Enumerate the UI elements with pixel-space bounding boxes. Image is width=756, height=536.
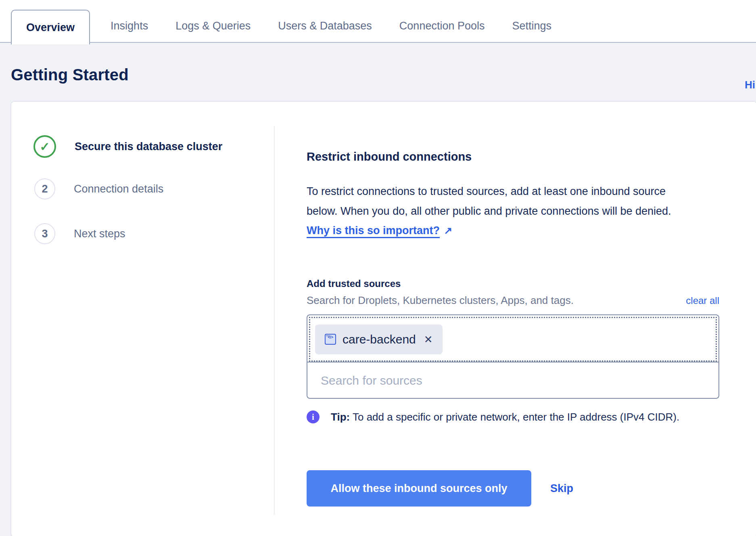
allow-inbound-sources-button[interactable]: Allow these inbound sources only: [307, 470, 531, 507]
panel-description-line2: below. When you do, all other public and…: [307, 201, 742, 221]
selected-sources-area[interactable]: </> care-backend ✕: [309, 317, 717, 362]
getting-started-section: Getting Started Hi ✓ Secure this databas…: [0, 43, 756, 536]
external-arrow-icon: ↗: [444, 225, 452, 237]
tab-logs-queries[interactable]: Logs & Queries: [169, 10, 257, 42]
clear-all-link[interactable]: clear all: [686, 295, 719, 306]
tip-row: i Tip: To add a specific or private netw…: [307, 410, 679, 423]
tab-overview[interactable]: Overview: [11, 10, 90, 44]
step-secure-cluster[interactable]: ✓ Secure this database cluster: [11, 135, 222, 158]
steps-content-divider: [274, 126, 275, 514]
sources-hint-row: Search for Droplets, Kubernetes clusters…: [307, 294, 719, 307]
check-icon: ✓: [40, 140, 50, 154]
tab-settings-label: Settings: [512, 20, 552, 32]
trusted-sources-box: </> care-backend ✕: [307, 314, 719, 399]
step-2-number: 2: [42, 183, 48, 195]
tab-connection-pools[interactable]: Connection Pools: [393, 10, 492, 42]
step-next-steps[interactable]: 3 Next steps: [11, 223, 125, 244]
app-icon: </>: [325, 334, 336, 345]
trusted-source-chip-label: care-backend: [342, 333, 416, 346]
check-circle-icon: ✓: [33, 135, 56, 158]
why-important-row: Why is this so important? ↗: [307, 224, 452, 237]
panel-heading: Restrict inbound connections: [307, 150, 472, 163]
tab-settings[interactable]: Settings: [505, 10, 559, 42]
tab-insights[interactable]: Insights: [104, 10, 155, 42]
chip-remove-icon[interactable]: ✕: [424, 334, 433, 345]
tab-insights-label: Insights: [111, 20, 148, 32]
step-3-circle: 3: [34, 223, 55, 244]
step-secure-cluster-label: Secure this database cluster: [75, 140, 222, 153]
step-2-circle: 2: [34, 178, 55, 199]
panel-description: To restrict connections to trusted sourc…: [307, 182, 742, 221]
tab-overview-label: Overview: [26, 21, 75, 34]
actions-row: Allow these inbound sources only Skip: [307, 470, 573, 507]
tab-list: Overview Insights Logs & Queries Users &…: [0, 0, 756, 42]
tab-users-databases-label: Users & Databases: [278, 20, 372, 32]
step-next-steps-label: Next steps: [74, 228, 125, 240]
tip-text: Tip: To add a specific or private networ…: [331, 411, 679, 423]
trusted-source-chip: </> care-backend ✕: [315, 325, 443, 354]
step-connection-details[interactable]: 2 Connection details: [11, 178, 163, 199]
step-3-number: 3: [42, 228, 48, 240]
search-sources-input[interactable]: [307, 362, 718, 399]
step-connection-details-label: Connection details: [74, 183, 163, 195]
tip-body: To add a specific or private network, en…: [353, 411, 679, 423]
why-important-link[interactable]: Why is this so important?: [307, 224, 440, 237]
tab-bar: Overview Insights Logs & Queries Users &…: [0, 0, 756, 43]
panel-description-line1: To restrict connections to trusted sourc…: [307, 182, 742, 201]
info-icon: i: [307, 410, 320, 423]
skip-link[interactable]: Skip: [550, 482, 573, 495]
page-title: Getting Started: [11, 66, 129, 84]
tab-logs-queries-label: Logs & Queries: [175, 20, 251, 32]
getting-started-card: ✓ Secure this database cluster 2 Connect…: [10, 101, 756, 536]
tip-label: Tip:: [331, 411, 350, 423]
tab-connection-pools-label: Connection Pools: [399, 20, 485, 32]
hide-link[interactable]: Hi: [745, 79, 755, 91]
tab-users-databases[interactable]: Users & Databases: [271, 10, 379, 42]
sources-hint-text: Search for Droplets, Kubernetes clusters…: [307, 294, 574, 307]
add-trusted-sources-label: Add trusted sources: [307, 278, 401, 289]
